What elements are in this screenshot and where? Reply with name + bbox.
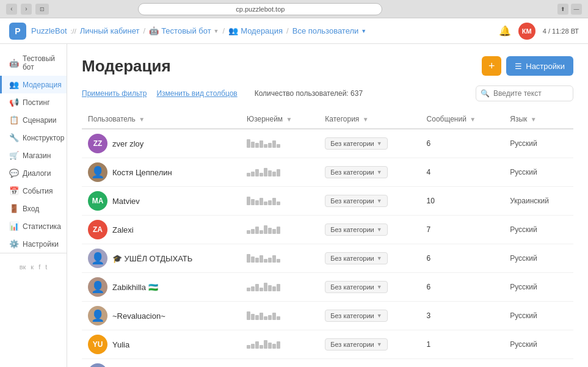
col-user[interactable]: Пользователь ▼ [82,110,241,129]
avatar: 👤 [88,277,107,297]
col-messages[interactable]: Сообщений ▼ [421,110,504,129]
user-avatar[interactable]: КМ [518,23,535,40]
vk-icon[interactable]: вк [20,263,26,271]
sidebar-item-dialogs[interactable]: 💬Диалоги [0,164,67,182]
col-language[interactable]: Язык ▼ [504,110,573,129]
table-row[interactable]: 👤 Zabikhilla 🇺🇿 Без категории ▼ 6 Русски… [82,273,573,302]
back-button[interactable]: ‹ [6,4,17,15]
category-dropdown[interactable]: Без категории ▼ [325,137,387,150]
forward-button[interactable]: › [21,4,32,15]
table-row[interactable]: ZZ zver zloy Без категории ▼ 6 Русский [82,129,573,158]
sidebar-item-posting[interactable]: 📢Постинг [0,93,67,111]
table-row[interactable]: 👤 Костя Цеппелин Без категории ▼ 4 Русск… [82,158,573,187]
category-arrow-icon: ▼ [377,169,382,175]
address-bar[interactable]: cp.puzzlebot.top [138,3,382,15]
cell-language: Русский [504,129,573,158]
category-text: Без категории [330,140,374,147]
breadcrumb-sep2: / [143,26,146,35]
cell-username [241,302,319,330]
sidebar-item-moderation[interactable]: 👥Модерация [0,76,67,93]
user-cell: 👤 Zabikhilla 🇺🇿 [88,277,234,297]
moderation-breadcrumb: 👥 Модерация [228,26,283,35]
sidebar-label-dialogs: Диалоги [23,169,51,178]
category-arrow-icon: ▼ [377,140,382,147]
user-cell: 👤 🎓 УШЁЛ ОТДЫХАТЬ [88,249,234,268]
sidebar-item-settings[interactable]: ⚙️Настройки [0,235,67,253]
ok-icon[interactable]: к [31,263,34,271]
minimize-button[interactable]: — [571,4,582,15]
sidebar-item-stats[interactable]: 📊Статистика [0,217,67,235]
sidebar-item-scenarios[interactable]: 📋Сценарии [0,111,67,129]
tw-icon[interactable]: t [45,263,47,271]
cell-username [241,129,319,158]
cell-username [241,216,319,244]
users-breadcrumb[interactable]: Все пользователи ▼ [292,26,366,35]
fb-icon[interactable]: f [38,263,40,271]
bot-breadcrumb: 🤖 Тестовый бот ▼ [149,26,219,35]
apply-filter-link[interactable]: Применить фильтр [82,89,147,98]
col-category[interactable]: Категория ▼ [319,110,420,129]
category-dropdown[interactable]: Без категории ▼ [325,281,387,293]
cell-language: Русский [504,244,573,273]
sidebar-item-events[interactable]: 📅События [0,182,67,200]
category-dropdown[interactable]: Без категории ▼ [325,195,387,207]
user-cell: 👤 Костя Цеппелин [88,162,234,182]
bot-dropdown-icon[interactable]: ▼ [214,28,219,34]
category-dropdown[interactable]: Без категории ▼ [325,310,387,322]
cell-messages: 4 [421,359,504,368]
table-row[interactable]: ZA Zalexi Без категории ▼ 7 Русский [82,216,573,244]
bot-icon: 🤖 [149,26,159,35]
cell-username [241,244,319,273]
username-text: Zalexi [112,225,134,234]
table-row[interactable]: MA Matviev Без категории ▼ 10 Украинский [82,187,573,216]
cell-user: 👤 Zabikhilla 🇺🇿 [82,273,241,302]
sidebar-item-test-bot[interactable]: 🤖Тестовый бот [0,50,67,76]
app-logo: P [9,23,26,40]
table-row[interactable]: 👤 ~Revaluacion~ Без категории ▼ 3 Русски… [82,302,573,330]
username-text: Костя Цеппелин [112,168,172,177]
avatar: YU [88,335,107,354]
sort-user-icon: ▼ [139,116,145,123]
add-button[interactable]: + [482,56,501,76]
users-table: Пользователь ▼ Юзернейм ▼ Категория ▼ [82,110,573,367]
sidebar-item-constructor[interactable]: 🔧Конструктор [0,129,67,147]
bot-link[interactable]: Тестовый бот [161,26,211,35]
cell-language: Украинский [504,187,573,216]
col-username[interactable]: Юзернейм ▼ [241,110,319,129]
sidebar-item-shop[interactable]: 🛒Магазин [0,147,67,164]
tab-button[interactable]: ⊡ [35,4,49,15]
search-input[interactable] [476,85,573,101]
cell-language: Русский [504,273,573,302]
category-dropdown[interactable]: Без категории ▼ [325,166,387,178]
cell-messages: 7 [421,216,504,244]
breadcrumb-sep4: / [286,26,289,35]
table-row[interactable]: YU Yulia Без категории ▼ 1 Русский [82,330,573,359]
sidebar-footer: вк к f t [0,253,67,280]
category-dropdown[interactable]: Без категории ▼ [325,252,387,264]
sidebar-label-shop: Магазин [23,151,51,160]
cell-messages: 3 [421,302,504,330]
table-row[interactable]: 👤 Юлия Без категории ▼ 4 Русский [82,359,573,368]
posting-icon: 📢 [9,98,19,107]
share-button[interactable]: ⬆ [557,4,568,15]
change-columns-link[interactable]: Изменить вид столбцов [156,89,237,98]
cell-category: Без категории ▼ [319,302,420,330]
events-icon: 📅 [9,186,19,195]
category-dropdown[interactable]: Без категории ▼ [325,223,387,236]
table-row[interactable]: 👤 🎓 УШЁЛ ОТДЫХАТЬ Без категории ▼ 6 Русс… [82,244,573,273]
category-text: Без категории [330,197,374,205]
category-text: Без категории [330,169,374,176]
brand-link[interactable]: PuzzleBot [31,26,67,35]
settings-button[interactable]: ☰ Настройки [506,56,573,76]
category-dropdown[interactable]: Без категории ▼ [325,338,387,351]
table-header-row: Пользователь ▼ Юзернейм ▼ Категория ▼ [82,110,573,129]
cell-messages: 1 [421,330,504,359]
user-cell: MA Matviev [88,191,234,211]
notification-icon[interactable]: 🔔 [499,25,511,37]
cell-language: Русский [504,216,573,244]
cell-messages: 6 [421,129,504,158]
cabinet-link[interactable]: Личный кабинет [80,26,140,35]
cell-username [241,187,319,216]
cell-user: 👤 🎓 УШЁЛ ОТДЫХАТЬ [82,244,241,273]
sidebar-item-entry[interactable]: 🚪Вход [0,200,67,217]
